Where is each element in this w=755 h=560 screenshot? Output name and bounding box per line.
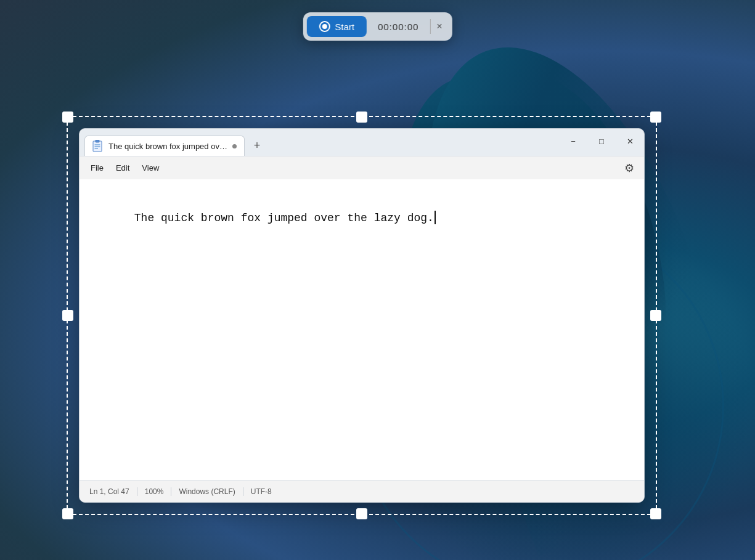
- start-button[interactable]: Start: [306, 16, 367, 37]
- close-toolbar-icon: ×: [436, 21, 442, 32]
- maximize-icon: □: [599, 137, 604, 146]
- menu-file[interactable]: File: [84, 161, 110, 175]
- plus-icon: +: [254, 139, 261, 152]
- zoom-level: 100%: [137, 487, 172, 496]
- close-toolbar-button[interactable]: ×: [430, 17, 448, 36]
- window-controls: − □ ✕: [559, 129, 644, 156]
- tab-title: The quick brown fox jumped over t: [108, 142, 227, 151]
- status-bar: Ln 1, Col 47 100% Windows (CRLF) UTF-8: [80, 480, 644, 502]
- notepad-app-icon: [92, 140, 104, 152]
- text-cursor: [435, 211, 436, 224]
- notepad-window: The quick brown fox jumped over t + − □ …: [79, 128, 645, 503]
- editor-text: The quick brown fox jumped over the lazy…: [134, 212, 434, 224]
- maximize-button[interactable]: □: [587, 131, 616, 151]
- close-button[interactable]: ✕: [616, 131, 644, 151]
- line-ending: Windows (CRLF): [171, 487, 243, 496]
- unsaved-dot: [232, 144, 237, 148]
- tab-area: The quick brown fox jumped over t +: [80, 129, 559, 156]
- record-icon: [319, 21, 330, 32]
- notepad-tab[interactable]: The quick brown fox jumped over t: [84, 136, 245, 156]
- menu-view[interactable]: View: [136, 161, 165, 175]
- title-bar-top: The quick brown fox jumped over t + − □ …: [80, 129, 644, 156]
- record-dot: [322, 24, 327, 29]
- new-tab-button[interactable]: +: [247, 136, 267, 155]
- close-icon: ✕: [627, 137, 634, 146]
- cursor-position: Ln 1, Col 47: [89, 487, 137, 496]
- menu-edit[interactable]: Edit: [110, 161, 136, 175]
- minimize-icon: −: [571, 137, 576, 146]
- recording-toolbar: Start 00:00:00 ×: [303, 12, 452, 41]
- gear-icon: ⚙: [624, 162, 634, 174]
- editor-content[interactable]: The quick brown fox jumped over the lazy…: [94, 192, 629, 245]
- settings-button[interactable]: ⚙: [619, 159, 639, 177]
- svg-rect-1: [96, 140, 99, 142]
- menu-bar: File Edit View ⚙: [80, 156, 644, 179]
- timer-display: 00:00:00: [367, 17, 430, 37]
- editor-area[interactable]: The quick brown fox jumped over the lazy…: [80, 179, 644, 480]
- encoding: UTF-8: [243, 487, 279, 496]
- minimize-button[interactable]: −: [559, 131, 587, 151]
- start-label: Start: [335, 22, 354, 32]
- title-bar: The quick brown fox jumped over t + − □ …: [80, 129, 644, 156]
